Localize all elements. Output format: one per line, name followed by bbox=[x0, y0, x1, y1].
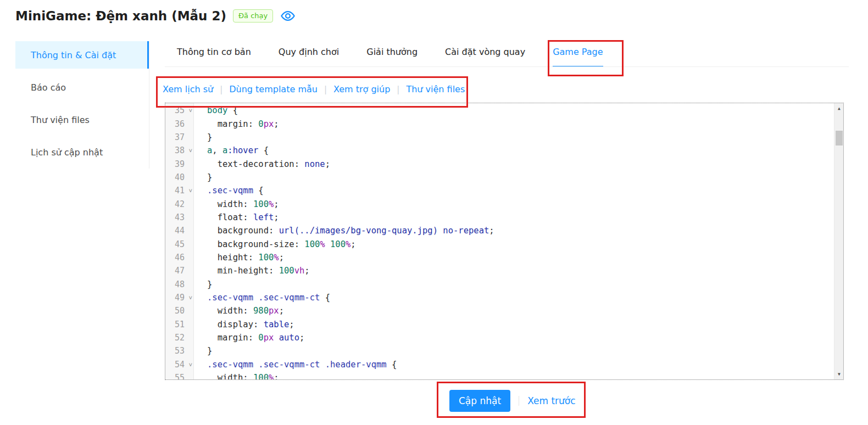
actions-bar: Cập nhật Xem trước bbox=[449, 390, 576, 412]
status-badge: Đã chạy bbox=[233, 9, 273, 23]
line-number: 44 bbox=[165, 224, 193, 237]
code-line: a, a:hover { bbox=[207, 144, 843, 157]
link-separator: | bbox=[324, 85, 327, 94]
code-line: width: 980px; bbox=[207, 304, 843, 317]
tab-item[interactable]: Thông tin cơ bản bbox=[177, 46, 251, 67]
update-button[interactable]: Cập nhật bbox=[449, 390, 510, 412]
code-line: } bbox=[207, 171, 843, 184]
quick-link[interactable]: Xem trợ giúp bbox=[333, 83, 390, 96]
page-header: MiniGame: Đệm xanh (Mẫu 2) Đã chạy bbox=[15, 9, 296, 23]
link-separator: | bbox=[220, 85, 222, 94]
code-line: .sec-vqmm { bbox=[207, 184, 843, 197]
chevron-down-icon[interactable]: ˅ bbox=[188, 148, 192, 154]
scrollbar-thumb[interactable] bbox=[836, 131, 843, 146]
scroll-down-arrow-icon[interactable]: ▼ bbox=[834, 370, 844, 379]
code-line: .sec-vqmm .sec-vqmm-ct .header-vqmm { bbox=[207, 358, 843, 371]
line-number: 40 bbox=[165, 171, 193, 184]
code-editor[interactable]: 35˅363738˅394041˅4243444546474849˅505152… bbox=[165, 103, 844, 380]
chevron-down-icon[interactable]: ˅ bbox=[188, 362, 192, 368]
line-number: 48 bbox=[165, 277, 193, 290]
line-number: 38˅ bbox=[165, 144, 193, 157]
line-number: 37 bbox=[165, 131, 193, 144]
tab-item[interactable]: Cài đặt vòng quay bbox=[445, 46, 525, 67]
line-number: 54˅ bbox=[165, 358, 193, 371]
sidebar-item[interactable]: Thư viện files bbox=[15, 106, 149, 133]
link-separator: | bbox=[397, 85, 399, 94]
line-number: 46 bbox=[165, 251, 193, 264]
code-line: margin: 0px auto; bbox=[207, 331, 843, 344]
chevron-down-icon[interactable]: ˅ bbox=[188, 108, 192, 114]
line-number: 36 bbox=[165, 117, 193, 130]
code-line: body { bbox=[207, 104, 843, 117]
code-line: text-decoration: none; bbox=[207, 157, 843, 170]
code-line: } bbox=[207, 344, 843, 357]
line-number: 43 bbox=[165, 211, 193, 224]
annotation-box-tab bbox=[548, 40, 623, 76]
chevron-down-icon[interactable]: ˅ bbox=[188, 295, 192, 301]
line-number: 55 bbox=[165, 371, 193, 380]
preview-link[interactable]: Xem trước bbox=[527, 395, 575, 406]
chevron-down-icon[interactable]: ˅ bbox=[188, 188, 192, 194]
sidebar-item[interactable]: Báo cáo bbox=[15, 74, 149, 101]
sidebar: Thông tin & Cài đặtBáo cáoThư viện files… bbox=[15, 41, 149, 171]
tab-bar: Thông tin cơ bảnQuy định chơiGiải thưởng… bbox=[177, 46, 603, 67]
code-line: width: 100%; bbox=[207, 371, 843, 379]
scroll-up-arrow-icon[interactable]: ▲ bbox=[834, 104, 844, 113]
code-line: float: left; bbox=[207, 211, 843, 224]
tab-item[interactable]: Quy định chơi bbox=[279, 46, 339, 67]
sidebar-divider bbox=[149, 41, 149, 169]
sidebar-item[interactable]: Thông tin & Cài đặt bbox=[15, 41, 149, 69]
editor-code[interactable]: body { margin: 0px;}a, a:hover { text-de… bbox=[194, 103, 843, 379]
line-number: 51 bbox=[165, 318, 193, 331]
code-line: background-size: 100% 100%; bbox=[207, 237, 843, 250]
page-title: MiniGame: Đệm xanh (Mẫu 2) bbox=[15, 9, 226, 23]
tab-item[interactable]: Game Page bbox=[553, 46, 603, 67]
tabbar-divider bbox=[165, 66, 849, 67]
editor-scrollbar[interactable]: ▲ ▼ bbox=[834, 103, 843, 379]
quick-link[interactable]: Dùng template mẫu bbox=[229, 83, 318, 96]
code-line: background: url(../images/bg-vong-quay.j… bbox=[207, 224, 843, 237]
line-number: 50 bbox=[165, 304, 193, 317]
line-number: 52 bbox=[165, 331, 193, 344]
code-line: .sec-vqmm .sec-vqmm-ct { bbox=[207, 291, 843, 304]
sidebar-item[interactable]: Lịch sử cập nhật bbox=[15, 138, 149, 166]
eye-icon[interactable] bbox=[280, 9, 296, 23]
line-number: 39 bbox=[165, 157, 193, 170]
actions-divider bbox=[519, 396, 519, 406]
code-line: height: 100%; bbox=[207, 251, 843, 264]
tab-item[interactable]: Giải thưởng bbox=[366, 46, 418, 67]
line-number: 47 bbox=[165, 264, 193, 277]
editor-gutter: 35˅363738˅394041˅4243444546474849˅505152… bbox=[165, 103, 194, 379]
code-line: } bbox=[207, 277, 843, 290]
line-number: 41˅ bbox=[165, 184, 193, 197]
code-line: width: 100%; bbox=[207, 197, 843, 210]
code-line: } bbox=[207, 131, 843, 144]
code-line: margin: 0px; bbox=[207, 117, 843, 130]
quick-link[interactable]: Xem lịch sử bbox=[163, 83, 213, 96]
line-number: 42 bbox=[165, 197, 193, 210]
quick-links-row: Xem lịch sử|Dùng template mẫu|Xem trợ gi… bbox=[163, 83, 465, 96]
line-number: 45 bbox=[165, 237, 193, 250]
code-line: display: table; bbox=[207, 318, 843, 331]
quick-link[interactable]: Thư viện files bbox=[406, 83, 465, 96]
line-number: 49˅ bbox=[165, 291, 193, 304]
code-line: min-height: 100vh; bbox=[207, 264, 843, 277]
line-number: 35˅ bbox=[165, 104, 193, 117]
line-number: 53 bbox=[165, 344, 193, 357]
minigame-settings-page: MiniGame: Đệm xanh (Mẫu 2) Đã chạy Thông… bbox=[0, 0, 868, 425]
